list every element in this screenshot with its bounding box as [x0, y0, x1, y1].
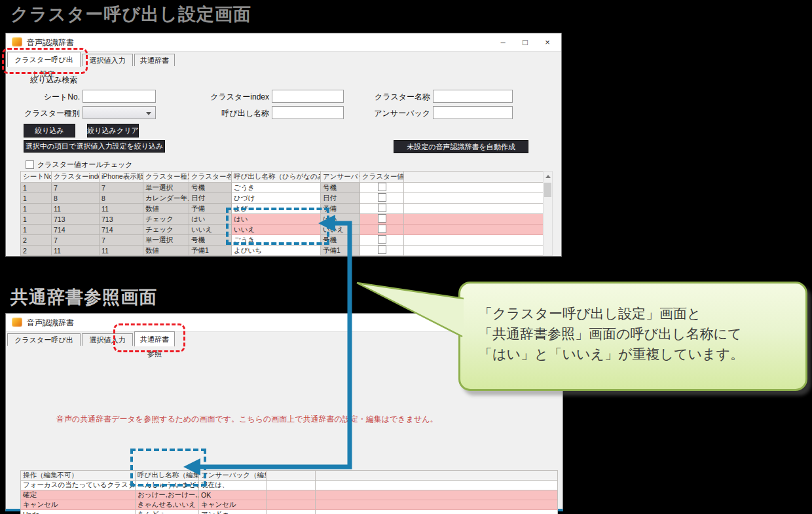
cell[interactable]: 11 — [52, 246, 100, 256]
cell[interactable]: 11 — [52, 204, 100, 214]
cell[interactable]: 7 — [100, 183, 143, 193]
close-button[interactable]: × — [536, 33, 559, 51]
cell[interactable]: おっけー,おーけー,よし,はい — [136, 490, 199, 500]
cell[interactable]: 号機 — [189, 183, 232, 193]
window1-tab-1[interactable]: 選択値入力設定 — [82, 54, 133, 66]
cell[interactable]: 日付 — [321, 193, 360, 204]
cell[interactable]: 11 — [100, 246, 143, 256]
cell[interactable]: 8 — [100, 193, 143, 204]
cluster-value-checkbox-cell[interactable] — [360, 183, 404, 193]
col-answerback[interactable]: アンサーバック — [321, 172, 360, 183]
cell[interactable]: 数値 — [143, 204, 189, 214]
table-row[interactable]: 188カレンダー年月日日付ひづけ日付 — [21, 193, 544, 204]
cell[interactable]: 単一選択 — [143, 183, 189, 193]
sheet-no-input[interactable] — [83, 90, 156, 103]
cell[interactable]: ごうき — [232, 183, 321, 193]
filter-button[interactable]: 絞り込み — [24, 124, 75, 138]
cell[interactable]: 予備1 — [321, 246, 360, 256]
col-cluster-value[interactable]: クラスター値 — [360, 172, 404, 183]
cell[interactable]: きゃんせる,いいえ — [136, 500, 199, 510]
cell[interactable]: 予備 — [189, 204, 232, 214]
col-cluster-index[interactable]: クラスターindex — [52, 172, 100, 183]
cell[interactable]: 8 — [52, 193, 100, 204]
cell[interactable]: カレンダー年月日 — [143, 193, 189, 204]
cell[interactable]: ひづけ — [232, 193, 321, 204]
col-answerback[interactable]: アンサーバック（編集不可） — [199, 471, 267, 481]
cell[interactable]: 7 — [100, 235, 143, 246]
cell[interactable]: 号機 — [321, 183, 360, 193]
cell[interactable]: 号機 — [189, 235, 232, 246]
checkbox-icon[interactable] — [378, 235, 386, 244]
checkbox-icon[interactable] — [378, 246, 386, 254]
cluster-value-checkbox-cell[interactable] — [360, 204, 404, 214]
minimize-button[interactable]: – — [492, 33, 514, 51]
table-row[interactable]: 21111数値予備1よびいち予備1 — [21, 246, 544, 256]
cluster-value-checkbox-cell[interactable] — [360, 225, 404, 235]
cell[interactable]: はい — [189, 214, 232, 225]
window2-tab-0[interactable]: クラスター呼び出し設定 — [7, 333, 81, 346]
cell[interactable]: キャンセル — [21, 500, 136, 510]
cluster-name-input[interactable] — [433, 90, 513, 103]
cell[interactable]: 7 — [52, 183, 100, 193]
cell[interactable]: いいえ — [189, 225, 232, 235]
cell[interactable]: 7 — [52, 235, 100, 246]
cluster-value-checkbox-cell[interactable] — [360, 235, 404, 246]
cell[interactable]: 予備1 — [189, 246, 232, 256]
col-cluster-type[interactable]: クラスター種別 — [143, 172, 189, 183]
cluster-value-checkbox-cell[interactable] — [360, 193, 404, 204]
maximize-button[interactable]: □ — [514, 33, 536, 51]
cell[interactable]: 単一選択 — [143, 235, 189, 246]
scrollbar-thumb[interactable] — [544, 183, 551, 197]
col-operation[interactable]: 操作（編集不可） — [21, 471, 136, 481]
vertical-scrollbar[interactable] — [543, 171, 553, 256]
col-sheet-no[interactable]: シートNo. — [21, 172, 52, 183]
cell[interactable]: Undo — [21, 510, 136, 514]
answerback-input[interactable] — [433, 106, 513, 119]
cell[interactable]: チェック — [143, 214, 189, 225]
table-row[interactable]: 177単一選択号機ごうき号機 — [21, 183, 544, 193]
cell[interactable]: 2 — [21, 235, 52, 246]
col-cluster-name[interactable]: クラスター名称 — [189, 172, 232, 183]
cell[interactable]: 1 — [21, 214, 52, 225]
cell[interactable]: 確定 — [21, 490, 136, 500]
cell[interactable]: 11 — [100, 204, 143, 214]
cluster-value-checkbox-cell[interactable] — [360, 214, 404, 225]
cell[interactable]: 日付 — [189, 193, 232, 204]
auto-create-dictionary-button[interactable]: 未設定の音声認識辞書を自動作成 — [394, 140, 528, 153]
cell[interactable]: 714 — [100, 225, 143, 235]
cell[interactable]: 1 — [21, 183, 52, 193]
cell[interactable]: OK — [199, 490, 267, 500]
checkbox-icon[interactable] — [378, 193, 386, 202]
col-iphone-order[interactable]: iPhone表示順 — [100, 172, 143, 183]
cell[interactable]: フォーカスの当たっているクラスターを編集状態にする — [21, 481, 136, 490]
call-name-input[interactable] — [272, 106, 344, 119]
cell[interactable]: チェック — [143, 225, 189, 235]
cluster-type-select[interactable] — [83, 106, 156, 119]
cell[interactable]: 1 — [21, 193, 52, 204]
cell[interactable]: 713 — [100, 214, 143, 225]
cell[interactable]: キャンセル — [199, 500, 267, 510]
checkbox-icon[interactable] — [26, 160, 34, 169]
filter-clear-button[interactable]: 絞り込みクリア — [87, 124, 139, 138]
table-row[interactable]: キャンセルきゃんせる,いいえキャンセル — [21, 500, 558, 510]
table-row[interactable]: フォーカスの当たっているクラスターを編集状態にするへんしゅう,いまどこ,どない現… — [21, 481, 558, 490]
cell[interactable]: 1 — [21, 204, 52, 214]
checkbox-icon[interactable] — [378, 225, 386, 233]
checkbox-icon[interactable] — [378, 214, 386, 223]
filter-selected-items-button[interactable]: 選択中の項目で選択値入力設定を絞り込み — [24, 140, 165, 153]
cell[interactable]: 714 — [52, 225, 100, 235]
cell[interactable]: あんどぅ — [136, 510, 199, 514]
cell[interactable]: よびいち — [232, 246, 321, 256]
cluster-value-checkbox-cell[interactable] — [360, 246, 404, 256]
table-row[interactable]: Undoあんどぅアンドゥ — [21, 510, 558, 514]
cell[interactable]: アンドゥ — [199, 510, 267, 514]
col-call-name[interactable]: 呼び出し名称（ひらがなのみ） — [232, 172, 321, 183]
checkbox-icon[interactable] — [378, 183, 386, 191]
cluster-index-input[interactable] — [272, 90, 344, 103]
table-row[interactable]: 確定おっけー,おーけー,よし,はいOK — [21, 490, 558, 500]
scroll-up-icon[interactable] — [544, 172, 552, 181]
cell[interactable]: 2 — [21, 246, 52, 256]
cluster-value-all-check[interactable]: クラスター値オールチェック — [26, 160, 133, 170]
checkbox-icon[interactable] — [378, 204, 386, 212]
cell[interactable]: 1 — [21, 225, 52, 235]
